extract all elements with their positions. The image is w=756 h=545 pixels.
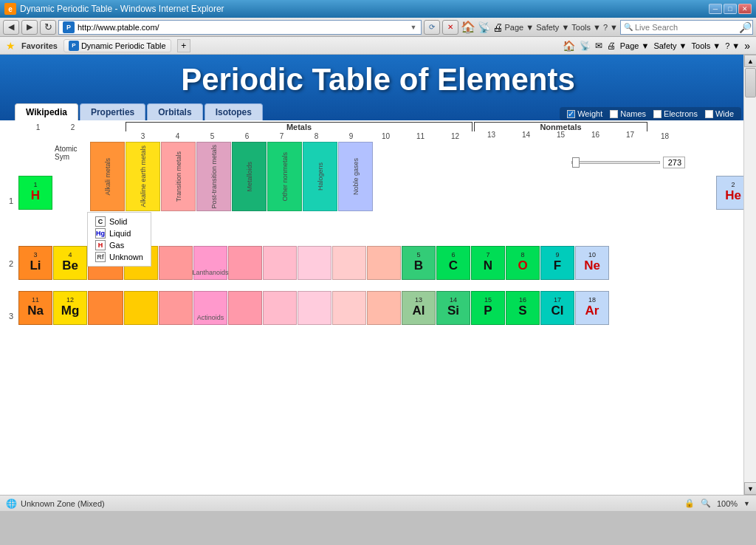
status-bar: 🌐 Unknown Zone (Mixed) 🔒 🔍 100% ▼ [0, 495, 756, 511]
address-bar[interactable]: P ▼ [58, 20, 422, 35]
add-tab-button[interactable]: + [177, 39, 190, 52]
element-B[interactable]: 5 B [402, 246, 436, 280]
search-icon: 🔍 [624, 23, 633, 31]
element-Al[interactable]: 13 Al [402, 291, 436, 325]
slider-track[interactable] [571, 161, 660, 164]
p2-g6: Lanthanoids [193, 246, 227, 280]
he-symbol: He [725, 188, 741, 203]
option-wide[interactable]: Wide [705, 109, 734, 118]
back-button[interactable]: ◀ [3, 20, 19, 35]
page-fav-button[interactable]: Page ▼ [620, 41, 650, 50]
maximize-button[interactable]: □ [724, 4, 737, 14]
legend-unknown: Rf Unknown [95, 252, 143, 262]
tab-properties[interactable]: Properties [80, 103, 145, 120]
tab-orbitals[interactable]: Orbitals [147, 103, 202, 120]
option-weight[interactable]: ✓ Weight [567, 109, 602, 118]
col-2: 2 [55, 123, 90, 140]
element-Li[interactable]: 3 Li [18, 246, 52, 280]
alkaline-label-col: Alkaline earth metals [126, 142, 160, 211]
element-Ne[interactable]: 10 Ne [575, 246, 609, 280]
option-names[interactable]: Names [610, 109, 646, 118]
favorites-bar: ★ Favorites P Dynamic Periodic Table + 🏠… [0, 37, 756, 55]
element-H[interactable]: 1 H [18, 176, 52, 210]
element-N[interactable]: 7 N [471, 246, 505, 280]
page-button[interactable]: Page ▼ [505, 23, 535, 32]
element-F[interactable]: 9 F [540, 246, 574, 280]
address-icon: P [63, 21, 75, 33]
forward-button[interactable]: ▶ [21, 20, 38, 35]
security-icon: 🔒 [684, 498, 695, 508]
tools-button[interactable]: Tools ▼ [571, 23, 601, 32]
element-C[interactable]: 6 C [436, 246, 470, 280]
stop-button[interactable]: ✕ [442, 20, 458, 35]
help-fav-button[interactable]: ? ▼ [725, 41, 740, 50]
nonmetals-section: Nonmetals 13 14 15 16 17 [474, 123, 647, 140]
fav-icon: P [69, 41, 79, 51]
dropdown-icon[interactable]: ▼ [410, 24, 417, 31]
transition-label-col: Transition metals [161, 142, 196, 211]
nav-toolbar: ◀ ▶ ↻ P ▼ ⟳ ✕ 🏠 📡 🖨 Page ▼ Safety ▼ Tool… [0, 18, 756, 37]
safety-fav-button[interactable]: Safety ▼ [653, 41, 687, 50]
tab-isotopes[interactable]: Isotopes [205, 103, 263, 120]
favorites-label: Favorites [21, 41, 58, 50]
print-icon[interactable]: 🖨 [492, 21, 503, 33]
refresh-button[interactable]: ↻ [40, 20, 56, 35]
metalloid-label-col: Metalloids [232, 142, 267, 211]
p2-g5 [159, 246, 193, 280]
scroll-thumb[interactable] [745, 68, 756, 97]
element-P[interactable]: 15 P [471, 291, 505, 325]
element-Si[interactable]: 14 Si [436, 291, 470, 325]
rss-fav-icon[interactable]: 📡 [580, 41, 591, 51]
favorites-star[interactable]: ★ [6, 40, 16, 52]
scroll-up-button[interactable]: ▲ [744, 55, 756, 67]
mail-icon[interactable]: ✉ [595, 41, 602, 51]
more-icon[interactable]: » [744, 40, 750, 52]
search-go-icon[interactable]: 🔎 [739, 21, 752, 33]
home-icon[interactable]: 🏠 [461, 20, 475, 34]
element-Cl[interactable]: 17 Cl [540, 291, 574, 325]
h-number: 1 [33, 182, 37, 188]
address-input[interactable] [78, 23, 410, 32]
zoom-icon[interactable]: 🔍 [701, 498, 711, 508]
zoom-dropdown[interactable]: ▼ [743, 500, 750, 507]
periodic-table-area: 1 2 Metals 3 4 5 6 7 [0, 120, 756, 445]
title-bar: e Dynamic Periodic Table - Windows Inter… [0, 0, 756, 18]
go-icon[interactable]: ⟳ [424, 20, 440, 35]
other-nonmetal-col: Other nonmetals [267, 142, 302, 211]
scrollbar[interactable]: ▲ ▼ [743, 55, 756, 495]
tools-fav-button[interactable]: Tools ▼ [692, 41, 721, 50]
close-button[interactable]: ✕ [738, 4, 752, 14]
column-headers: 1 2 Metals 3 4 5 6 7 [21, 123, 752, 140]
element-Na[interactable]: 11 Na [18, 291, 52, 325]
element-Be[interactable]: 4 Be [53, 246, 87, 280]
print-fav-icon[interactable]: 🖨 [607, 41, 616, 51]
scroll-down-button[interactable]: ▼ [744, 482, 756, 495]
safety-button[interactable]: Safety ▼ [536, 23, 569, 32]
slider-thumb[interactable] [572, 157, 580, 168]
post-trans-label-col: Post-transition metals [196, 142, 231, 211]
search-input[interactable] [635, 23, 737, 32]
h-symbol: H [31, 188, 40, 203]
period-row-3: 3 11 Na 12 Mg Actinoids [4, 282, 752, 326]
minimize-button[interactable]: ─ [709, 4, 722, 14]
search-box[interactable]: 🔍 🔎 [620, 20, 753, 35]
browser-content: Periodic Table of Elements Wikipedia Pro… [0, 55, 756, 495]
period-1-label: 1 [4, 142, 18, 211]
favorites-tab[interactable]: P Dynamic Periodic Table [63, 39, 171, 52]
category-columns: Alkali metals Alkaline earth metals Tran… [55, 142, 373, 211]
window-title: Dynamic Periodic Table - Windows Interne… [20, 4, 224, 14]
period-row-2: 2 3 Li 4 Be C Solid [4, 212, 752, 281]
rss-icon[interactable]: 📡 [478, 21, 490, 33]
tab-wikipedia[interactable]: Wikipedia [15, 103, 78, 120]
col-group-labels: Metals 3 4 5 6 7 8 9 10 11 12 [126, 123, 472, 140]
element-O[interactable]: 8 O [506, 246, 540, 280]
page-title: Periodic Table of Elements [15, 62, 741, 103]
temperature-slider[interactable]: 273 [571, 157, 685, 168]
option-electrons[interactable]: Electrons [653, 109, 698, 118]
home-fav-icon[interactable]: 🏠 [563, 40, 575, 52]
period-row-1: 1 1 H Atomic Sym 273 [4, 142, 752, 211]
element-S[interactable]: 16 S [506, 291, 540, 325]
element-Mg[interactable]: 12 Mg [53, 291, 87, 325]
element-Ar[interactable]: 18 Ar [575, 291, 609, 325]
help-button[interactable]: ? ▼ [603, 23, 618, 32]
